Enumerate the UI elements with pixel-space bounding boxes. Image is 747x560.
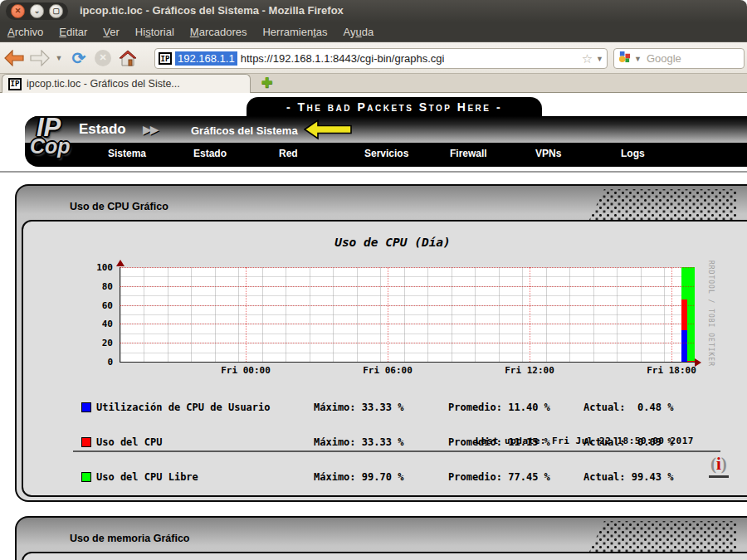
forward-icon[interactable] — [28, 46, 51, 71]
info-icon[interactable]: (i) — [709, 454, 729, 478]
ipcop-logo: IP Cop — [28, 113, 85, 169]
bar-segment — [687, 361, 695, 362]
legend-row: Utilización de CPU de Usuario Máximo: 33… — [81, 402, 673, 413]
nav-vpns[interactable]: VPNs — [535, 148, 621, 159]
legend-swatch-blue — [81, 402, 91, 412]
nav-logs[interactable]: Logs — [621, 148, 706, 159]
nav-estado[interactable]: Estado — [193, 148, 279, 159]
menu-ayuda[interactable]: Ayuda — [344, 26, 374, 38]
plot-area — [120, 267, 695, 363]
tab-title: ipcop.tic.loc - Gráficos del Siste... — [27, 78, 180, 90]
v-gridline — [246, 267, 247, 362]
nav-firewall[interactable]: Firewall — [450, 148, 535, 159]
page-title: Gráficos del Sistema — [191, 124, 298, 137]
search-input[interactable] — [645, 51, 731, 66]
main-nav: Sistema Estado Red Servicios Firewall VP… — [108, 148, 706, 159]
x-tick-label: Fri 00:00 — [212, 365, 279, 376]
breadcrumb-section: Estado — [79, 121, 126, 138]
url-text: https://192.168.1.1:8443/cgi-bin/graphs.… — [241, 52, 445, 65]
url-selected-host: 192.168.1.1 — [175, 51, 237, 66]
x-tick-label: Fri 18:00 — [638, 365, 705, 376]
breadcrumb: Estado ▶▶ Gráficos del Sistema — [25, 116, 747, 143]
divider — [73, 450, 720, 452]
h-gridline — [120, 324, 694, 324]
page-content: - The bad Packets Stop Here - Estado ▶▶ … — [0, 93, 747, 560]
search-bar[interactable]: ▼ — [613, 48, 745, 69]
tab-bar: IP ipcop.tic.loc - Gráficos del Siste...… — [0, 74, 747, 93]
screen: { "window": { "title": "ipcop.tic.loc - … — [0, 0, 747, 560]
window-title: ipcop.tic.loc - Gráficos del Sistema - M… — [80, 4, 344, 17]
y-tick-label: 40 — [73, 319, 113, 329]
url-bar[interactable]: IP 192.168.1.1 https://192.168.1.1:8443/… — [154, 48, 608, 69]
cpu-panel-body: Uso de CPU (Día) RRDTOOL / TOBI OETIKER … — [22, 220, 747, 497]
y-tick-label: 100 — [73, 262, 113, 273]
y-tick-label: 60 — [73, 300, 113, 311]
memory-panel: Uso de memoria Gráfico — [15, 516, 747, 560]
close-window-icon[interactable]: ✕ — [11, 4, 25, 18]
minimize-window-icon[interactable]: ⌄ — [30, 4, 44, 18]
chart-title: Uso de CPU (Día) — [73, 236, 712, 249]
tab-graficos-del-sistema[interactable]: IP ipcop.tic.loc - Gráficos del Siste... — [2, 74, 251, 93]
bar-segment — [687, 267, 695, 361]
legend-row: Uso del CPU Libre Máximo: 99.70 % Promed… — [81, 471, 673, 483]
memory-panel-body — [22, 552, 747, 560]
site-favicon: IP — [159, 52, 172, 65]
last-update: Last update: Fri Jul 22 18:50:00 2017 — [73, 436, 694, 446]
ipcop-header: Estado ▶▶ Gráficos del Sistema Sistema E… — [25, 116, 747, 167]
menu-marcadores[interactable]: Marcadores — [190, 26, 247, 38]
bar-segment — [681, 299, 687, 331]
home-icon[interactable] — [115, 46, 141, 71]
cpu-panel-title: Uso de CPU Gráfico — [70, 201, 168, 212]
highlight-arrow-icon — [304, 119, 352, 144]
tab-favicon: IP — [8, 78, 22, 90]
reload-icon[interactable]: ⟳ — [66, 46, 91, 71]
bar-segment — [681, 267, 687, 299]
v-gridline — [671, 267, 672, 362]
v-gridline — [530, 267, 530, 362]
dots-decoration — [589, 521, 737, 552]
search-engine-dropdown-icon[interactable]: ▼ — [634, 55, 642, 63]
h-gridline — [120, 343, 694, 343]
y-tick-label: 80 — [73, 281, 113, 292]
v-gridline — [388, 267, 388, 362]
menu-historial[interactable]: Historial — [135, 26, 174, 38]
menu-herramientas[interactable]: Herramientas — [262, 26, 327, 38]
h-gridline — [120, 305, 694, 306]
rrdtool-watermark: RRDTOOL / TOBI OETIKER — [707, 261, 715, 368]
navigation-toolbar: ▼ ⟳ ✕ IP 192.168.1.1 https://192.168.1.1… — [0, 41, 747, 74]
maximize-window-icon[interactable]: ▢ — [49, 4, 63, 18]
ipcop-slogan-banner: - The bad Packets Stop Here - — [247, 97, 542, 117]
title-bar: ✕ ⌄ ▢ ipcop.tic.loc - Gráficos del Siste… — [0, 0, 747, 22]
google-search-engine-icon[interactable] — [618, 51, 631, 66]
cpu-panel: Uso de CPU Gráfico Uso de CPU (Día) RRDT… — [15, 184, 747, 502]
nav-servicios[interactable]: Servicios — [364, 148, 450, 159]
menu-archivo[interactable]: Archivo — [7, 26, 43, 38]
cpu-graph: Uso de CPU (Día) RRDTOOL / TOBI OETIKER … — [73, 234, 729, 483]
url-dropdown-icon[interactable]: ▼ — [596, 55, 603, 63]
menu-bar: Archivo Editar Ver Historial Marcadores … — [0, 22, 747, 41]
menu-editar[interactable]: Editar — [59, 26, 87, 38]
nav-red[interactable]: Red — [279, 148, 364, 159]
legend-swatch-green — [81, 472, 91, 482]
divider — [0, 171, 747, 173]
stop-icon[interactable]: ✕ — [91, 46, 115, 71]
bar-segment — [681, 330, 687, 362]
double-arrow-icon: ▶▶ — [143, 123, 158, 136]
window-controls: ✕ ⌄ ▢ — [6, 2, 68, 20]
h-gridline — [120, 267, 694, 268]
y-axis-arrow-icon — [116, 260, 124, 266]
bookmark-star-icon[interactable]: ☆ — [582, 51, 593, 66]
y-tick-label: 0 — [73, 357, 113, 368]
y-tick-label: 20 — [73, 338, 113, 348]
menu-ver[interactable]: Ver — [103, 26, 120, 38]
dots-decoration — [589, 189, 737, 220]
new-tab-button[interactable]: ✚ — [261, 75, 272, 90]
x-tick-label: Fri 12:00 — [496, 365, 563, 376]
back-forward-dropdown-icon[interactable]: ▼ — [51, 46, 66, 71]
x-tick-label: Fri 06:00 — [354, 365, 421, 376]
memory-panel-title: Uso de memoria Gráfico — [70, 533, 190, 544]
back-icon[interactable] — [0, 46, 28, 71]
nav-sistema[interactable]: Sistema — [108, 148, 193, 159]
h-gridline — [120, 286, 694, 287]
